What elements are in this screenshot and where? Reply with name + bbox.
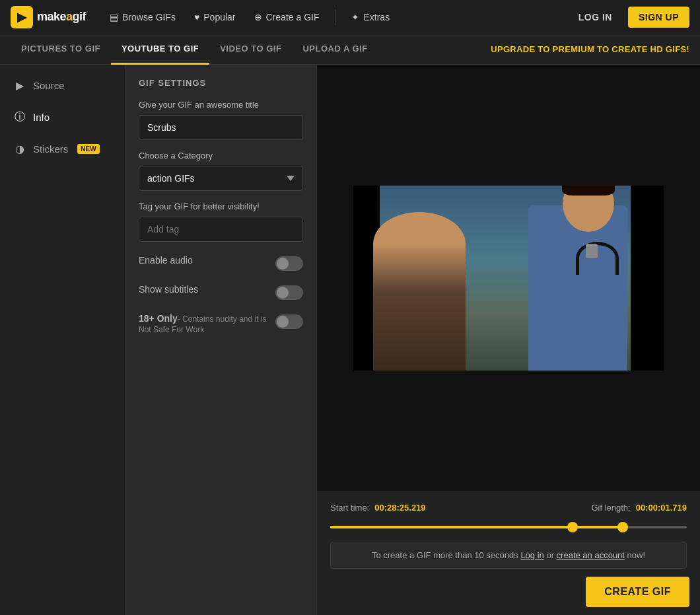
tag-section: Tag your GIF for better visibility! <box>139 201 303 242</box>
tag-label: Tag your GIF for better visibility! <box>139 201 303 211</box>
tag-input[interactable] <box>139 217 303 242</box>
slider-fill-start <box>330 526 573 528</box>
header-right: LOG IN SIGN UP <box>571 7 689 28</box>
nav-extras[interactable]: ✦ Extras <box>343 8 398 26</box>
show-subtitles-label-wrap: Show subtitles <box>139 284 269 295</box>
settings-panel: GIF SETTINGS Give your GIF an awesome ti… <box>125 65 317 615</box>
heart-icon: ♥ <box>194 12 199 22</box>
show-subtitles-label: Show subtitles <box>139 284 269 295</box>
enable-audio-row: Enable audio <box>139 255 303 271</box>
slider-thumb-end[interactable] <box>617 522 628 532</box>
enable-audio-label: Enable audio <box>139 255 269 266</box>
adult-content-toggle[interactable] <box>275 314 303 329</box>
nav-popular[interactable]: ♥ Popular <box>186 8 244 26</box>
start-time-label: Start time: <box>330 503 369 513</box>
browse-icon: ▤ <box>110 12 118 22</box>
sidebar-item-stickers[interactable]: ◑ Stickers NEW <box>0 133 125 164</box>
star-icon: ✦ <box>351 12 359 22</box>
nav-browse[interactable]: ▤ Browse GIFs <box>102 8 184 26</box>
preview-area: Start time: 00:28:25.219 Gif length: 00:… <box>317 65 700 615</box>
adult-content-row: 18+ Only- Contains nudity and it is Not … <box>139 313 303 334</box>
time-row: Start time: 00:28:25.219 Gif length: 00:… <box>330 503 687 513</box>
enable-audio-label-wrap: Enable audio <box>139 255 269 266</box>
logo[interactable]: ▶ makeagif <box>11 6 86 28</box>
video-frame <box>317 65 700 491</box>
info-icon: ⓘ <box>13 110 26 124</box>
tab-video[interactable]: VIDEO TO GIF <box>209 34 292 65</box>
show-subtitles-toggle[interactable] <box>275 285 303 300</box>
login-link[interactable]: Log in <box>520 550 543 560</box>
slider-track <box>330 526 687 528</box>
sidebar: ▶ Source ⓘ Info ◑ Stickers NEW <box>0 65 125 615</box>
main-layout: ▶ Source ⓘ Info ◑ Stickers NEW GIF SETTI… <box>0 65 700 615</box>
sticker-icon: ◑ <box>13 143 26 155</box>
main-nav: ▤ Browse GIFs ♥ Popular ⊕ Create a GIF ✦… <box>102 8 571 26</box>
logo-icon: ▶ <box>11 6 33 28</box>
sidebar-item-source[interactable]: ▶ Source <box>0 70 125 101</box>
tab-youtube[interactable]: YOUTUBE TO GIF <box>111 34 209 65</box>
gif-length-label: Gif length: <box>591 503 630 513</box>
login-button[interactable]: LOG IN <box>571 8 620 26</box>
gif-title-input[interactable] <box>139 115 303 140</box>
new-badge: NEW <box>77 144 99 154</box>
enable-audio-toggle[interactable] <box>275 256 303 271</box>
plus-icon: ⊕ <box>254 12 262 22</box>
title-label: Give your GIF an awesome title <box>139 100 303 110</box>
slider-fill-end <box>573 526 623 528</box>
create-btn-row: CREATE GIF <box>317 569 700 615</box>
upgrade-link[interactable]: UPGRADE TO PREMIUM TO CREATE HD GIFS! <box>491 44 689 54</box>
adult-content-label-wrap: 18+ Only- Contains nudity and it is Not … <box>139 313 269 334</box>
play-icon: ▶ <box>13 79 26 92</box>
category-select[interactable]: action GIFs funny GIFs reaction GIFs spo… <box>139 166 303 191</box>
nav-divider <box>335 9 335 25</box>
gif-length-value: 00:00:01.719 <box>636 503 687 513</box>
tabs-bar: PICTURES TO GIF YOUTUBE TO GIF VIDEO TO … <box>0 34 700 65</box>
signup-button[interactable]: SIGN UP <box>628 7 689 28</box>
timeline-slider[interactable] <box>330 521 687 534</box>
start-time-value: 00:28:25.219 <box>374 503 425 513</box>
header: ▶ makeagif ▤ Browse GIFs ♥ Popular ⊕ Cre… <box>0 0 700 34</box>
gif-length-group: Gif length: 00:00:01.719 <box>591 503 687 513</box>
start-time-group: Start time: 00:28:25.219 <box>330 503 426 513</box>
black-right <box>631 186 664 371</box>
tab-upload[interactable]: UPLOAD A GIF <box>292 34 378 65</box>
slider-thumb-start[interactable] <box>567 522 578 532</box>
info-bar: To create a GIF more than 10 seconds Log… <box>330 542 687 569</box>
nav-create[interactable]: ⊕ Create a GIF <box>246 8 328 26</box>
category-label: Choose a Category <box>139 151 303 161</box>
create-gif-button[interactable]: CREATE GIF <box>586 577 689 607</box>
logo-text: makeagif <box>37 10 86 24</box>
create-account-link[interactable]: create an account <box>557 550 625 560</box>
show-subtitles-row: Show subtitles <box>139 284 303 300</box>
settings-title: GIF SETTINGS <box>139 78 303 88</box>
sidebar-item-info[interactable]: ⓘ Info <box>0 101 125 133</box>
video-placeholder <box>317 65 700 491</box>
tab-pictures[interactable]: PICTURES TO GIF <box>11 34 111 65</box>
video-still <box>353 186 664 371</box>
timeline-area: Start time: 00:28:25.219 Gif length: 00:… <box>317 491 700 569</box>
adult-label: 18+ Only- Contains nudity and it is Not … <box>139 313 269 334</box>
